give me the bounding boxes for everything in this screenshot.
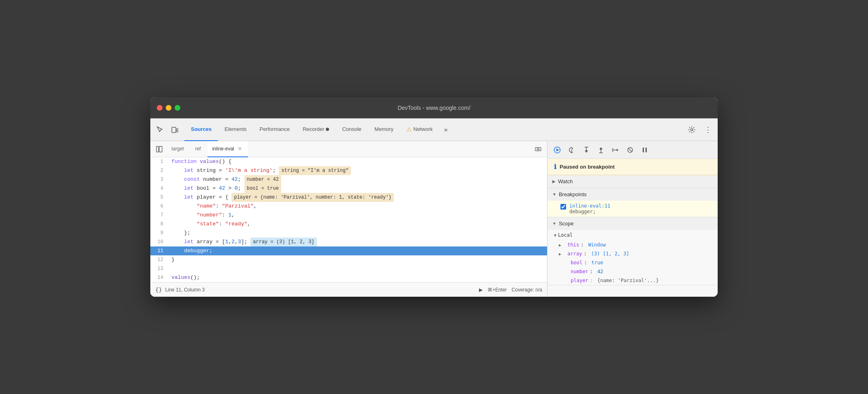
step-button[interactable] xyxy=(609,143,622,156)
line-content-3: const number = 42;number = 42 xyxy=(170,175,547,184)
deactivate-button[interactable] xyxy=(624,143,637,156)
tab-bar-right-icons: ⋮ xyxy=(685,123,714,136)
tab-console[interactable]: Console xyxy=(336,118,368,141)
local-scope-header[interactable]: ▼ Local xyxy=(547,230,718,240)
breakpoint-checkbox-1[interactable] xyxy=(560,204,566,210)
line-number-2: 2 xyxy=(150,166,170,175)
tab-recorder[interactable]: Recorder xyxy=(296,118,336,141)
line-number-1: 1 xyxy=(150,157,170,166)
breakpoints-header[interactable]: ▼ Breakpoints xyxy=(547,188,718,201)
customize-icon[interactable]: ⋮ xyxy=(701,123,714,136)
step-out-button[interactable] xyxy=(594,143,607,156)
scope-array-key: array xyxy=(567,251,582,257)
main-content: target ref inline-eval ✕ xyxy=(150,141,718,297)
code-line-10: 10 let array = [1,2,3];array = (3) [1, 2… xyxy=(150,238,547,246)
inspector-icon[interactable] xyxy=(154,123,167,136)
line-content-12: } xyxy=(170,255,547,264)
source-tab-ref[interactable]: ref xyxy=(190,141,206,157)
step-into-button[interactable] xyxy=(580,143,593,156)
line-number-6: 6 xyxy=(150,202,170,211)
tab-more-button[interactable]: » xyxy=(439,123,453,137)
breakpoint-message: Paused on breakpoint xyxy=(560,164,615,170)
settings-icon[interactable] xyxy=(685,123,698,136)
line-number-3: 3 xyxy=(150,175,170,184)
pause-exceptions-button[interactable] xyxy=(638,143,651,156)
watch-header[interactable]: ▶ Watch xyxy=(547,175,718,188)
source-editor-panel: target ref inline-eval ✕ xyxy=(150,141,547,297)
scope-number-key: number xyxy=(571,269,588,274)
scope-bool-key: bool xyxy=(571,260,582,266)
line-content-6: "name": "Parzival", xyxy=(170,202,547,211)
resume-button[interactable] xyxy=(551,143,564,156)
breakpoints-section: ▼ Breakpoints inline-eval:11 debugger; xyxy=(547,188,718,217)
scope-number[interactable]: number: 42 xyxy=(547,267,718,276)
tab-elements[interactable]: Elements xyxy=(218,118,253,141)
debugger-panel: ℹ Paused on breakpoint ▶ Watch ▼ Breakpo… xyxy=(547,141,718,297)
status-bar-right: ▶ ⌘+Enter Coverage: n/a xyxy=(479,287,542,293)
code-line-6: 6 "name": "Parzival", xyxy=(150,202,547,211)
local-triangle-icon: ▼ xyxy=(554,233,556,238)
breakpoint-info-bar: ℹ Paused on breakpoint xyxy=(547,159,718,175)
status-bar: {} Line 11, Column 3 ▶ ⌘+Enter Coverage:… xyxy=(150,282,547,297)
line-content-7: "number": 1, xyxy=(170,211,547,220)
play-run-icon: ▶ xyxy=(479,287,483,293)
watch-label: Watch xyxy=(558,178,573,184)
code-line-4: 4 let bool = 42 > 0;bool = true xyxy=(150,184,547,193)
local-scope-label: Local xyxy=(558,232,573,238)
code-line-14: 14 values(); xyxy=(150,273,547,282)
line-number-14: 14 xyxy=(150,273,170,282)
line-content-8: "state": "ready", xyxy=(170,220,547,229)
scope-array-value: (3) [1, 2, 3] xyxy=(591,251,629,257)
svg-rect-1 xyxy=(177,128,178,132)
step-over-button[interactable] xyxy=(565,143,578,156)
info-icon: ℹ xyxy=(554,163,556,171)
svg-rect-0 xyxy=(172,127,176,133)
code-line-7: 7 "number": 1, xyxy=(150,211,547,220)
line-content-9: }; xyxy=(170,229,547,238)
line-number-5: 5 xyxy=(150,193,170,202)
line-number-10: 10 xyxy=(150,238,170,246)
devtools-body: Sources Elements Performance Recorder Co… xyxy=(150,118,718,297)
line-number-13: 13 xyxy=(150,264,170,273)
line-content-10: let array = [1,2,3];array = (3) [1, 2, 3… xyxy=(170,238,547,246)
scope-player[interactable]: player: {name: 'Parzival'...} xyxy=(547,276,718,285)
scope-this[interactable]: ▶ this: Window xyxy=(547,240,718,249)
scope-number-value: 42 xyxy=(597,269,603,274)
svg-point-2 xyxy=(691,128,693,131)
line-content-1: function values() { xyxy=(170,157,547,166)
close-button[interactable] xyxy=(157,105,162,111)
tab-sources[interactable]: Sources xyxy=(184,118,218,141)
minimize-button[interactable] xyxy=(166,105,171,111)
scope-array[interactable]: ▶ array: (3) [1, 2, 3] xyxy=(547,249,718,258)
line-number-7: 7 xyxy=(150,211,170,220)
tab-performance[interactable]: Performance xyxy=(253,118,296,141)
line-content-5: let player = {player = {name: 'Parzival'… xyxy=(170,193,547,202)
source-tab-target[interactable]: target xyxy=(167,141,189,157)
navigator-toggle-icon[interactable] xyxy=(154,143,165,155)
source-tab-inline-eval[interactable]: inline-eval ✕ xyxy=(207,141,248,157)
source-tab-close-icon[interactable]: ✕ xyxy=(237,146,243,152)
svg-marker-7 xyxy=(556,148,559,151)
code-editor[interactable]: 1 function values() { 2 let string = 'I\… xyxy=(150,157,547,282)
svg-rect-3 xyxy=(156,146,158,152)
tab-bar-left-icons xyxy=(154,123,181,136)
format-icon[interactable]: {} xyxy=(155,287,162,293)
line-number-8: 8 xyxy=(150,220,170,229)
maximize-button[interactable] xyxy=(175,105,180,111)
svg-marker-11 xyxy=(585,150,588,153)
traffic-lights xyxy=(157,105,180,111)
scope-bool[interactable]: bool: true xyxy=(547,258,718,267)
breakpoint-file-1: inline-eval:11 xyxy=(569,203,610,209)
scope-label: Scope xyxy=(559,221,574,227)
scope-this-value: Window xyxy=(588,242,606,248)
scope-this-expand-icon: ▶ xyxy=(559,243,561,247)
source-tab-expand-icon[interactable] xyxy=(532,143,544,155)
device-toolbar-icon[interactable] xyxy=(168,123,181,136)
source-tab-ref-label: ref xyxy=(195,146,201,152)
tab-memory[interactable]: Memory xyxy=(368,118,400,141)
scope-header[interactable]: ▼ Scope xyxy=(547,217,718,230)
recorder-dot-icon xyxy=(326,128,329,131)
cursor-position: Line 11, Column 3 xyxy=(165,287,205,293)
tab-network[interactable]: ⚠ Network xyxy=(400,118,439,141)
line-content-2: let string = 'I\'m a string';string = "I… xyxy=(170,166,547,175)
